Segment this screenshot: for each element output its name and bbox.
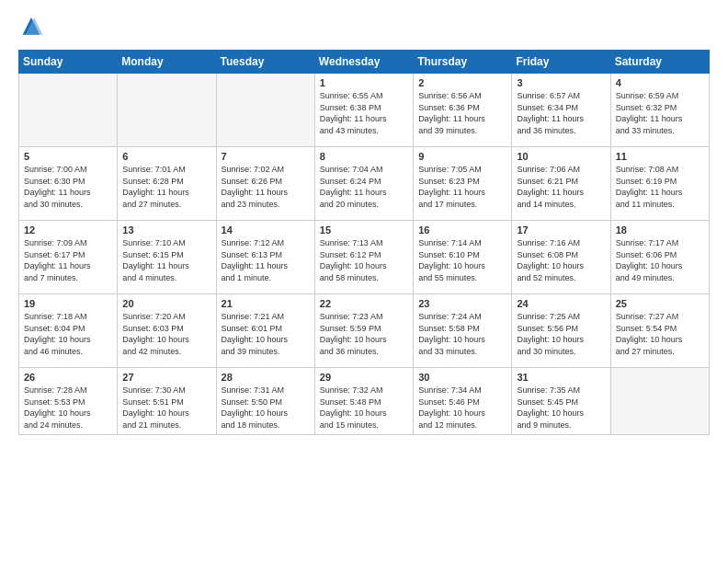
day-info: Sunrise: 7:09 AM Sunset: 6:17 PM Dayligh… xyxy=(24,237,112,283)
calendar-cell: 25Sunrise: 7:27 AM Sunset: 5:54 PM Dayli… xyxy=(610,294,709,368)
day-info: Sunrise: 7:27 AM Sunset: 5:54 PM Dayligh… xyxy=(616,311,704,357)
calendar-cell: 22Sunrise: 7:23 AM Sunset: 5:59 PM Dayli… xyxy=(314,294,413,368)
calendar-cell: 3Sunrise: 6:57 AM Sunset: 6:34 PM Daylig… xyxy=(512,74,610,147)
day-info: Sunrise: 7:23 AM Sunset: 5:59 PM Dayligh… xyxy=(320,311,408,357)
day-info: Sunrise: 7:01 AM Sunset: 6:28 PM Dayligh… xyxy=(122,164,210,210)
day-number: 20 xyxy=(122,298,210,309)
week-row-3: 12Sunrise: 7:09 AM Sunset: 6:17 PM Dayli… xyxy=(19,221,710,294)
day-info: Sunrise: 7:34 AM Sunset: 5:46 PM Dayligh… xyxy=(418,385,506,431)
calendar-cell: 8Sunrise: 7:04 AM Sunset: 6:24 PM Daylig… xyxy=(314,147,413,221)
week-row-4: 19Sunrise: 7:18 AM Sunset: 6:04 PM Dayli… xyxy=(19,294,710,368)
day-info: Sunrise: 7:08 AM Sunset: 6:19 PM Dayligh… xyxy=(616,164,704,210)
day-info: Sunrise: 7:17 AM Sunset: 6:06 PM Dayligh… xyxy=(616,237,704,283)
day-info: Sunrise: 7:02 AM Sunset: 6:26 PM Dayligh… xyxy=(222,164,310,210)
calendar-cell: 12Sunrise: 7:09 AM Sunset: 6:17 PM Dayli… xyxy=(19,221,118,294)
calendar-cell: 11Sunrise: 7:08 AM Sunset: 6:19 PM Dayli… xyxy=(610,147,709,221)
day-number: 13 xyxy=(122,224,210,236)
calendar-cell: 5Sunrise: 7:00 AM Sunset: 6:30 PM Daylig… xyxy=(19,147,118,221)
day-info: Sunrise: 7:25 AM Sunset: 5:56 PM Dayligh… xyxy=(517,311,605,357)
header xyxy=(18,15,710,40)
day-number: 21 xyxy=(222,298,310,309)
calendar-cell: 28Sunrise: 7:31 AM Sunset: 5:50 PM Dayli… xyxy=(216,368,314,435)
day-info: Sunrise: 6:59 AM Sunset: 6:32 PM Dayligh… xyxy=(616,90,704,136)
day-info: Sunrise: 7:06 AM Sunset: 6:21 PM Dayligh… xyxy=(517,164,605,210)
calendar-cell: 18Sunrise: 7:17 AM Sunset: 6:06 PM Dayli… xyxy=(610,221,709,294)
calendar-cell: 19Sunrise: 7:18 AM Sunset: 6:04 PM Dayli… xyxy=(19,294,118,368)
calendar-cell: 24Sunrise: 7:25 AM Sunset: 5:56 PM Dayli… xyxy=(512,294,610,368)
calendar-cell xyxy=(118,74,216,147)
calendar-cell: 10Sunrise: 7:06 AM Sunset: 6:21 PM Dayli… xyxy=(512,147,610,221)
calendar-cell: 2Sunrise: 6:56 AM Sunset: 6:36 PM Daylig… xyxy=(414,74,512,147)
page: SundayMondayTuesdayWednesdayThursdayFrid… xyxy=(0,0,728,563)
calendar-cell xyxy=(216,74,314,147)
day-number: 15 xyxy=(320,224,408,236)
day-number: 10 xyxy=(517,151,605,162)
day-number: 11 xyxy=(616,151,704,162)
day-number: 25 xyxy=(616,298,704,309)
day-info: Sunrise: 7:18 AM Sunset: 6:04 PM Dayligh… xyxy=(24,311,112,357)
calendar-cell: 13Sunrise: 7:10 AM Sunset: 6:15 PM Dayli… xyxy=(118,221,216,294)
weekday-header-sunday: Sunday xyxy=(19,51,118,74)
day-number: 31 xyxy=(517,372,605,383)
day-number: 2 xyxy=(418,77,506,88)
day-number: 17 xyxy=(517,224,605,236)
week-row-5: 26Sunrise: 7:28 AM Sunset: 5:53 PM Dayli… xyxy=(19,368,710,435)
weekday-header-thursday: Thursday xyxy=(414,51,512,74)
calendar-cell: 21Sunrise: 7:21 AM Sunset: 6:01 PM Dayli… xyxy=(216,294,314,368)
calendar-cell: 1Sunrise: 6:55 AM Sunset: 6:38 PM Daylig… xyxy=(314,74,413,147)
calendar-cell: 30Sunrise: 7:34 AM Sunset: 5:46 PM Dayli… xyxy=(414,368,512,435)
weekday-header-monday: Monday xyxy=(118,51,216,74)
day-info: Sunrise: 7:32 AM Sunset: 5:48 PM Dayligh… xyxy=(320,385,408,431)
day-number: 26 xyxy=(24,372,112,383)
calendar-cell: 4Sunrise: 6:59 AM Sunset: 6:32 PM Daylig… xyxy=(610,74,709,147)
day-number: 6 xyxy=(122,151,210,162)
day-info: Sunrise: 7:24 AM Sunset: 5:58 PM Dayligh… xyxy=(418,311,506,357)
day-number: 29 xyxy=(320,372,408,383)
weekday-header-friday: Friday xyxy=(512,51,610,74)
logo xyxy=(18,15,48,40)
day-info: Sunrise: 6:56 AM Sunset: 6:36 PM Dayligh… xyxy=(418,90,506,136)
day-info: Sunrise: 6:55 AM Sunset: 6:38 PM Dayligh… xyxy=(320,90,408,136)
calendar: SundayMondayTuesdayWednesdayThursdayFrid… xyxy=(18,50,710,435)
calendar-cell: 6Sunrise: 7:01 AM Sunset: 6:28 PM Daylig… xyxy=(118,147,216,221)
day-number: 30 xyxy=(418,372,506,383)
day-number: 24 xyxy=(517,298,605,309)
calendar-cell: 15Sunrise: 7:13 AM Sunset: 6:12 PM Dayli… xyxy=(314,221,413,294)
day-number: 5 xyxy=(24,151,112,162)
logo-icon xyxy=(18,15,44,40)
day-number: 4 xyxy=(616,77,704,88)
calendar-cell: 23Sunrise: 7:24 AM Sunset: 5:58 PM Dayli… xyxy=(414,294,512,368)
day-number: 22 xyxy=(320,298,408,309)
weekday-header-saturday: Saturday xyxy=(610,51,709,74)
week-row-1: 1Sunrise: 6:55 AM Sunset: 6:38 PM Daylig… xyxy=(19,74,710,147)
day-info: Sunrise: 7:04 AM Sunset: 6:24 PM Dayligh… xyxy=(320,164,408,210)
weekday-header-row: SundayMondayTuesdayWednesdayThursdayFrid… xyxy=(19,51,710,74)
day-info: Sunrise: 7:16 AM Sunset: 6:08 PM Dayligh… xyxy=(517,237,605,283)
day-info: Sunrise: 6:57 AM Sunset: 6:34 PM Dayligh… xyxy=(517,90,605,136)
day-number: 14 xyxy=(222,224,310,236)
day-number: 27 xyxy=(122,372,210,383)
day-info: Sunrise: 7:10 AM Sunset: 6:15 PM Dayligh… xyxy=(122,237,210,283)
day-info: Sunrise: 7:35 AM Sunset: 5:45 PM Dayligh… xyxy=(517,385,605,431)
day-number: 8 xyxy=(320,151,408,162)
day-info: Sunrise: 7:31 AM Sunset: 5:50 PM Dayligh… xyxy=(222,385,310,431)
weekday-header-wednesday: Wednesday xyxy=(314,51,413,74)
calendar-cell: 26Sunrise: 7:28 AM Sunset: 5:53 PM Dayli… xyxy=(19,368,118,435)
weekday-header-tuesday: Tuesday xyxy=(216,51,314,74)
calendar-cell: 17Sunrise: 7:16 AM Sunset: 6:08 PM Dayli… xyxy=(512,221,610,294)
day-info: Sunrise: 7:13 AM Sunset: 6:12 PM Dayligh… xyxy=(320,237,408,283)
day-number: 7 xyxy=(222,151,310,162)
day-info: Sunrise: 7:12 AM Sunset: 6:13 PM Dayligh… xyxy=(222,237,310,283)
day-number: 19 xyxy=(24,298,112,309)
day-number: 23 xyxy=(418,298,506,309)
day-info: Sunrise: 7:21 AM Sunset: 6:01 PM Dayligh… xyxy=(222,311,310,357)
day-number: 16 xyxy=(418,224,506,236)
day-number: 3 xyxy=(517,77,605,88)
calendar-cell: 20Sunrise: 7:20 AM Sunset: 6:03 PM Dayli… xyxy=(118,294,216,368)
day-info: Sunrise: 7:14 AM Sunset: 6:10 PM Dayligh… xyxy=(418,237,506,283)
day-info: Sunrise: 7:05 AM Sunset: 6:23 PM Dayligh… xyxy=(418,164,506,210)
day-info: Sunrise: 7:20 AM Sunset: 6:03 PM Dayligh… xyxy=(122,311,210,357)
calendar-cell xyxy=(610,368,709,435)
day-number: 1 xyxy=(320,77,408,88)
day-number: 12 xyxy=(24,224,112,236)
